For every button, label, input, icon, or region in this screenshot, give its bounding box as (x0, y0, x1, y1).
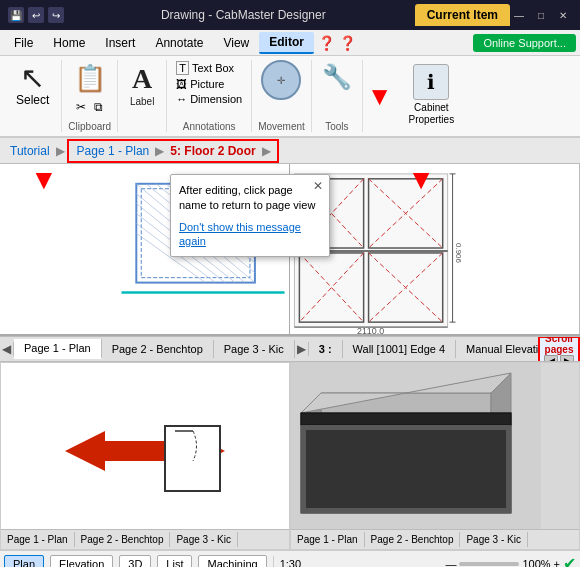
zoom-plus-btn[interactable]: + (554, 558, 560, 568)
copy-icon: ⧉ (94, 100, 103, 114)
right-panel-tab-2[interactable]: Page 2 - Benchtop (365, 532, 461, 547)
popup-close-btn[interactable]: ✕ (313, 179, 323, 193)
cut-icon: ✂ (76, 100, 86, 114)
tab-nav-prev[interactable]: ◀ (0, 342, 14, 356)
right-panel[interactable]: Page 1 - Plan Page 2 - Benchtop Page 3 -… (290, 362, 580, 550)
page-tab-sep: 3 : (309, 340, 343, 358)
cabinet-properties-label: CabinetProperties (409, 102, 455, 126)
save-icon[interactable]: 💾 (8, 7, 24, 23)
breadcrumb-item[interactable]: 5: Floor 2 Door (166, 142, 259, 160)
tab-nav-next[interactable]: ▶ (295, 342, 309, 356)
cabinet-properties-button[interactable]: ℹ CabinetProperties (403, 60, 461, 130)
menu-insert[interactable]: Insert (95, 33, 145, 53)
menu-editor[interactable]: Editor (259, 32, 314, 54)
scale-label: 1:30 (280, 558, 301, 568)
ribbon-movement-group: ✛ Movement (252, 60, 312, 132)
page-tab-1[interactable]: Page 1 - Plan (14, 339, 102, 359)
svg-text:2110.0: 2110.0 (357, 326, 384, 334)
copy-button[interactable]: ⧉ (91, 99, 106, 115)
picture-icon: 🖼 (176, 78, 187, 90)
breadcrumb-page[interactable]: Page 1 - Plan (73, 142, 154, 160)
left-panel-tab-3[interactable]: Page 3 - Kic (170, 532, 237, 547)
picture-button[interactable]: 🖼 Picture (173, 77, 245, 91)
svg-text:0.906: 0.906 (454, 243, 463, 263)
dimension-button[interactable]: ↔ Dimension (173, 92, 245, 106)
movement-label: Movement (258, 119, 305, 132)
tools-button[interactable]: 🔧 (318, 60, 356, 94)
menu-annotate[interactable]: Annotate (145, 33, 213, 53)
info-popup: ✕ After editing, click page name to retu… (170, 174, 330, 257)
tools-btns: 🔧 (318, 60, 356, 119)
maximize-btn[interactable]: □ (532, 6, 550, 24)
left-panel-tab-1[interactable]: Page 1 - Plan (1, 532, 75, 547)
help-icon-1[interactable]: ❓ (318, 35, 335, 51)
paste-icon: 📋 (74, 63, 106, 94)
scroll-pages-box: Scrollpages ◀ ▶ (538, 336, 580, 362)
left-panel[interactable]: Displays Active Pane View Page 1 - Plan … (0, 362, 290, 550)
ribbon-cabinet-properties-group: ℹ CabinetProperties (397, 60, 467, 132)
select-btns: ↖ Select (10, 60, 55, 132)
close-btn[interactable]: ✕ (554, 6, 572, 24)
select-cursor-icon: ↖ (20, 63, 45, 93)
zoom-slider[interactable] (459, 562, 519, 566)
right-panel-tab-3[interactable]: Page 3 - Kic (460, 532, 527, 547)
page-tab-2[interactable]: Page 2 - Benchtop (102, 340, 214, 358)
menu-view[interactable]: View (213, 33, 259, 53)
left-panel-tab-2[interactable]: Page 2 - Benchtop (75, 532, 171, 547)
undo-icon[interactable]: ↩ (28, 7, 44, 23)
view-3d-btn[interactable]: 3D (119, 555, 151, 568)
menu-file[interactable]: File (4, 33, 43, 53)
view-machining-btn[interactable]: Machining (198, 555, 266, 568)
zoom-control: — 100% + ✔ (445, 554, 576, 567)
label-button[interactable]: A Label (124, 60, 160, 110)
textbox-button[interactable]: T Text Box (173, 60, 245, 76)
info-circle-icon: ℹ (427, 70, 435, 94)
plan-view[interactable]: 0.906 2110.0 ✕ After editing, click page… (0, 164, 580, 334)
menu-home[interactable]: Home (43, 33, 95, 53)
active-pane-svg (45, 386, 245, 526)
scroll-nav: ◀ ▶ (544, 355, 574, 362)
annotation-btns: T Text Box 🖼 Picture ↔ Dimension (173, 60, 245, 119)
scroll-pages-right-btn[interactable]: ▶ (560, 355, 574, 362)
ribbon-annotations-group: T Text Box 🖼 Picture ↔ Dimension Annotat… (167, 60, 252, 132)
dimension-label: Dimension (190, 93, 242, 105)
page-tab-3[interactable]: Page 3 - Kic (214, 340, 295, 358)
cut-button[interactable]: ✂ (73, 99, 89, 115)
view-list-btn[interactable]: List (157, 555, 192, 568)
right-panel-tabs: Page 1 - Plan Page 2 - Benchtop Page 3 -… (291, 529, 579, 549)
online-support-btn[interactable]: Online Support... (473, 34, 576, 52)
view-plan-btn[interactable]: Plan (4, 555, 44, 568)
app-title: Drawing - CabMaster Designer (72, 8, 415, 22)
svg-rect-52 (306, 430, 506, 508)
textbox-label: Text Box (192, 62, 234, 74)
help-icon-2[interactable]: ❓ (339, 35, 356, 51)
movement-cross-icon: ✛ (277, 75, 285, 86)
tools-wrench-icon: 🔧 (322, 63, 352, 91)
status-sep-1 (273, 556, 274, 568)
ribbon-label-group: A Label (118, 60, 167, 132)
minimize-btn[interactable]: — (510, 6, 528, 24)
redo-icon[interactable]: ↪ (48, 7, 64, 23)
view-elevation-btn[interactable]: Elevation (50, 555, 113, 568)
main-area: ▼ ▼ (0, 164, 580, 336)
select-button[interactable]: ↖ Select (10, 60, 55, 110)
breadcrumb-tutorial[interactable]: Tutorial (6, 142, 54, 160)
svg-rect-42 (165, 426, 220, 491)
label-btn-label: Label (130, 96, 154, 107)
ribbon-tools-group: 🔧 Tools (312, 60, 363, 132)
clipboard-label: Clipboard (68, 119, 111, 132)
help-icons: ❓ ❓ (318, 35, 356, 51)
paste-button[interactable]: 📋 (70, 60, 110, 97)
page-tab-wall[interactable]: Wall [1001] Edge 4 (343, 340, 457, 358)
movement-btns: ✛ (261, 60, 301, 119)
dimension-icon: ↔ (176, 93, 187, 105)
page-tabs: ◀ Page 1 - Plan Page 2 - Benchtop Page 3… (0, 336, 580, 362)
zoom-level: 100% (522, 558, 550, 568)
scroll-pages-label: Scrollpages (545, 336, 574, 355)
current-item-tab[interactable]: Current Item (415, 4, 510, 26)
scroll-pages-left-btn[interactable]: ◀ (544, 355, 558, 362)
zoom-minus-btn[interactable]: — (445, 558, 456, 568)
right-panel-tab-1[interactable]: Page 1 - Plan (291, 532, 365, 547)
dont-show-link[interactable]: Don't show this message again (179, 221, 301, 247)
movement-control[interactable]: ✛ (261, 60, 301, 100)
